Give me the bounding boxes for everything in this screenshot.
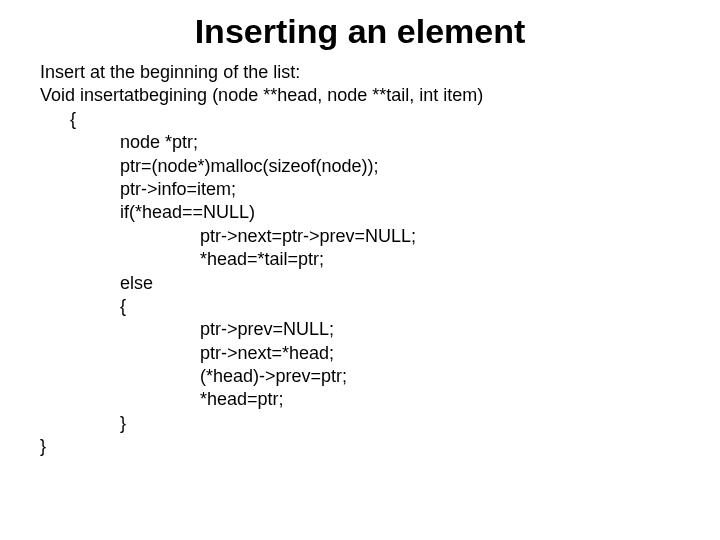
code-line: *head=ptr; (40, 388, 680, 411)
code-line: ptr->prev=NULL; (40, 318, 680, 341)
brace-close: } (40, 435, 680, 458)
slide-title: Inserting an element (40, 12, 680, 51)
code-line: if(*head==NULL) (40, 201, 680, 224)
code-line: { (40, 295, 680, 318)
code-line: *head=*tail=ptr; (40, 248, 680, 271)
code-block: Insert at the beginning of the list: Voi… (40, 61, 680, 459)
code-line: (*head)->prev=ptr; (40, 365, 680, 388)
slide: Inserting an element Insert at the begin… (0, 0, 720, 459)
code-line: node *ptr; (40, 131, 680, 154)
code-line: ptr->info=item; (40, 178, 680, 201)
brace-open: { (40, 108, 680, 131)
function-signature: Void insertatbegining (node **head, node… (40, 84, 680, 107)
code-line: ptr->next=*head; (40, 342, 680, 365)
code-line: ptr=(node*)malloc(sizeof(node)); (40, 155, 680, 178)
code-line: ptr->next=ptr->prev=NULL; (40, 225, 680, 248)
code-line: else (40, 272, 680, 295)
intro-text: Insert at the beginning of the list: (40, 61, 680, 84)
code-line: } (40, 412, 680, 435)
